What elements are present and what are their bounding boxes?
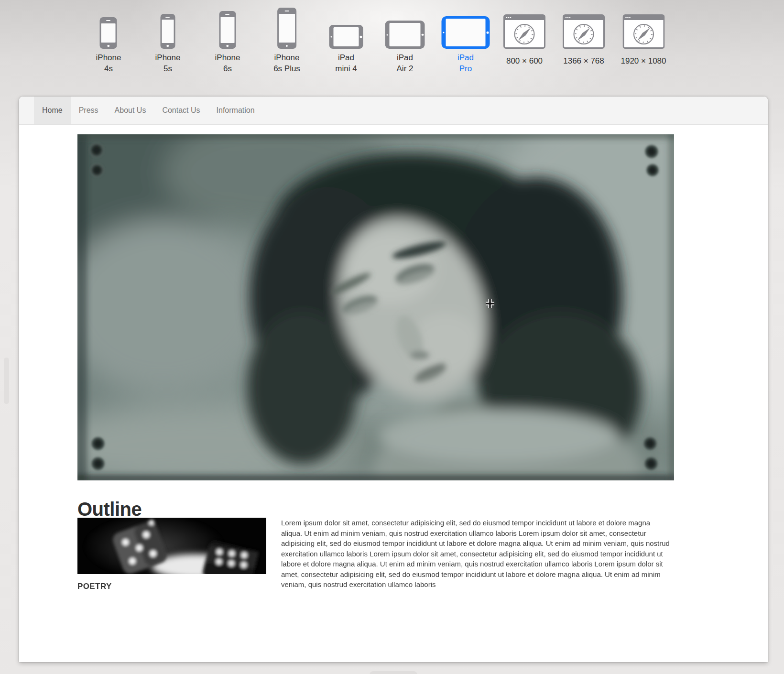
body-paragraph: Lorem ipsum dolor sit amet, consectetur … [281, 518, 670, 590]
dice-photo [77, 518, 266, 574]
preset-800x600[interactable]: 800 × 600 [503, 7, 545, 66]
device-label: iPhone6s Plus [273, 52, 300, 74]
nav-item-press[interactable]: Press [71, 97, 107, 124]
iphone-5s-icon [161, 14, 175, 49]
poetry-thumbnail: POETRY [77, 518, 266, 591]
preset-1366x768[interactable]: 1366 × 768 [563, 7, 605, 66]
iphone-6s-icon [219, 11, 236, 49]
outline-section: POETRY Lorem ipsum dolor sit amet, conse… [77, 518, 670, 591]
simulated-viewport: Home Press About Us Contact Us Informati… [19, 97, 768, 662]
nav-item-home[interactable]: Home [34, 97, 71, 124]
safari-window-icon [563, 14, 605, 49]
nav-item-about-us[interactable]: About Us [107, 97, 154, 124]
page-navbar: Home Press About Us Contact Us Informati… [19, 97, 768, 125]
viewport-bottom-resize-handle[interactable] [370, 671, 417, 674]
iphone-6s-plus-icon [277, 8, 296, 49]
device-label: iPhone4s [96, 52, 121, 74]
ipad-mini-4-icon [329, 25, 363, 49]
device-iphone-5s[interactable]: iPhone5s [155, 7, 181, 74]
page-title: Outline [77, 500, 142, 519]
device-iphone-4s[interactable]: iPhone4s [96, 7, 121, 74]
ipad-pro-icon [442, 16, 490, 49]
device-iphone-6s[interactable]: iPhone6s [215, 7, 240, 74]
device-label: iPadPro [457, 52, 474, 74]
device-label: 800 × 600 [506, 55, 543, 66]
device-ipad-mini-4[interactable]: iPadmini 4 [329, 7, 363, 74]
preset-1920x1080[interactable]: 1920 × 1080 [621, 7, 666, 66]
safari-window-icon [503, 14, 545, 49]
device-iphone-6s-plus[interactable]: iPhone6s Plus [273, 7, 300, 74]
safari-window-icon [622, 14, 664, 49]
device-ipad-pro[interactable]: iPadPro [442, 7, 490, 74]
device-label: 1920 × 1080 [621, 55, 666, 66]
device-label: iPadAir 2 [397, 52, 414, 74]
device-label: iPhone6s [215, 52, 240, 74]
nav-item-information[interactable]: Information [208, 97, 263, 124]
device-label: iPadmini 4 [335, 52, 357, 74]
device-toolbar: iPhone4s iPhone5s iPhone6s iPhone6s Plus… [0, 0, 784, 91]
device-ipad-air-2[interactable]: iPadAir 2 [385, 7, 425, 74]
thumbnail-caption: POETRY [77, 582, 266, 591]
device-label: 1366 × 768 [563, 55, 604, 66]
iphone-4s-icon [100, 17, 117, 49]
hero-portrait-illustration [77, 134, 674, 480]
nav-item-contact-us[interactable]: Contact Us [154, 97, 208, 124]
device-label: iPhone5s [155, 52, 181, 74]
ipad-air-2-icon [385, 21, 425, 49]
hero-image [77, 134, 674, 480]
responsive-design-mode: iPhone4s iPhone5s iPhone6s iPhone6s Plus… [0, 0, 784, 674]
viewport-left-resize-handle[interactable] [4, 358, 9, 404]
